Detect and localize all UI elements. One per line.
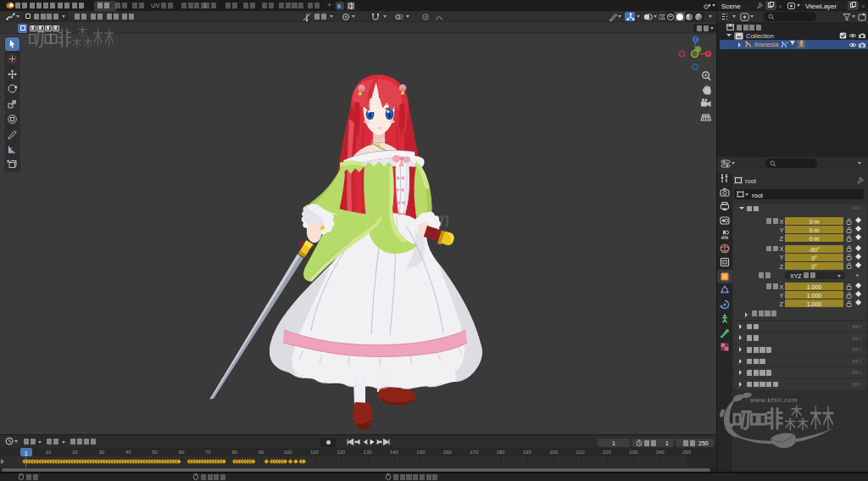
svg-text:19: 19: [785, 41, 788, 45]
svg-text:www.kfsll.com: www.kfsll.com: [749, 397, 798, 403]
